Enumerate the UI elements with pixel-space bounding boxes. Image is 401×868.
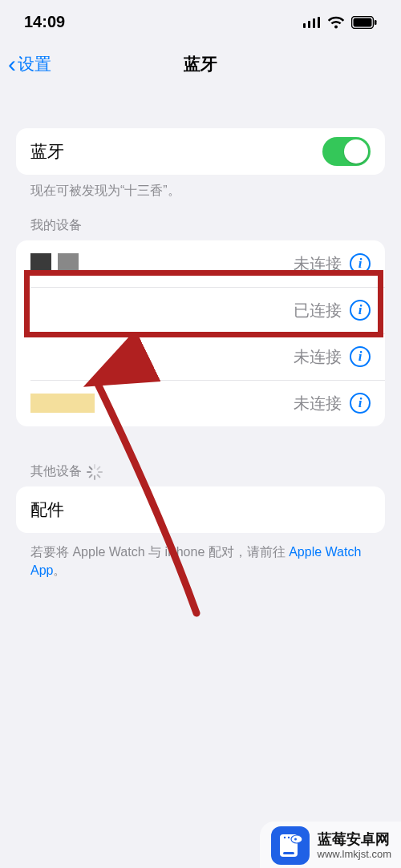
watermark: 蓝莓安卓网 www.lmkjst.com [260,822,401,868]
svg-rect-5 [354,18,372,26]
spinner-icon [87,464,103,480]
svg-rect-2 [313,18,315,28]
my-devices-group: 未连接 i 已连接 i 未连接 i 未连接 i [16,240,385,426]
accessories-label: 配件 [30,499,64,521]
watermark-url: www.lmkjst.com [318,848,391,861]
other-devices-header: 其他设备 [16,426,385,486]
nav-bar: ‹ 设置 蓝牙 [0,44,401,84]
watermark-logo [271,826,310,865]
info-icon[interactable]: i [350,346,371,367]
back-button[interactable]: ‹ 设置 [8,52,51,76]
device-status: 未连接 [294,346,342,368]
pairing-hint: 若要将 Apple Watch 与 iPhone 配对，请前往 Apple Wa… [16,533,385,589]
info-icon[interactable]: i [350,393,371,414]
svg-rect-6 [375,20,377,25]
redacted-device-name [30,394,95,413]
accessories-row[interactable]: 配件 [16,486,385,533]
status-indicators [303,16,377,29]
other-devices-group: 配件 [16,486,385,533]
svg-rect-11 [283,852,294,854]
svg-point-9 [283,837,285,838]
page-title: 蓝牙 [184,53,217,75]
info-icon[interactable]: i [350,300,371,321]
status-bar: 14:09 [0,0,401,44]
device-row[interactable]: 未连接 i [16,380,385,426]
svg-point-10 [287,837,289,838]
my-devices-header: 我的设备 [16,200,385,240]
watermark-title: 蓝莓安卓网 [318,830,391,849]
svg-rect-1 [308,21,310,28]
bluetooth-group: 蓝牙 [16,128,385,175]
device-status: 未连接 [294,393,342,414]
device-row[interactable]: 已连接 i [16,287,385,333]
bluetooth-label: 蓝牙 [30,140,64,163]
device-status: 已连接 [294,300,342,321]
device-row[interactable]: 未连接 i [16,333,385,380]
svg-rect-3 [318,17,320,28]
redacted-device-name [30,253,79,274]
cellular-icon [303,17,321,28]
bluetooth-toggle[interactable] [322,137,371,166]
chevron-left-icon: ‹ [8,52,16,76]
battery-icon [351,16,377,29]
device-status: 未连接 [294,253,342,275]
discoverable-text: 现在可被发现为“十三香”。 [16,175,385,200]
svg-rect-0 [303,23,306,28]
status-time: 14:09 [24,13,65,31]
device-row[interactable]: 未连接 i [16,240,385,287]
bluetooth-row[interactable]: 蓝牙 [16,128,385,175]
wifi-icon [327,16,345,29]
back-label: 设置 [18,53,51,75]
info-icon[interactable]: i [350,253,371,274]
